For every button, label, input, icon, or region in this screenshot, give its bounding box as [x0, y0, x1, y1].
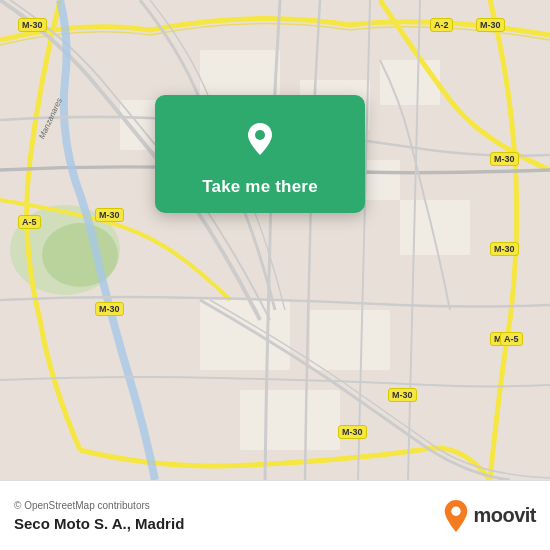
location-name: Seco Moto S. A., Madrid	[14, 515, 184, 532]
road-badge-m30-center-left: M-30	[95, 302, 124, 316]
road-badge-m30-top-right: M-30	[476, 18, 505, 32]
road-badge-m30-bottom-2: M-30	[338, 425, 367, 439]
road-badge-m30-top-left: M-30	[18, 18, 47, 32]
road-badge-m30-left: M-30	[95, 208, 124, 222]
svg-rect-7	[310, 310, 390, 370]
map-svg: Manzanares	[0, 0, 550, 480]
moovit-text: moovit	[473, 504, 536, 527]
map-container: Manzanares M-30 A-2 M-30 A-5 M-30 M-30 M…	[0, 0, 550, 480]
svg-rect-8	[240, 390, 340, 450]
svg-point-14	[255, 130, 265, 140]
road-badge-m30-right-2: M-30	[490, 242, 519, 256]
bottom-left-info: © OpenStreetMap contributors Seco Moto S…	[14, 500, 184, 532]
svg-point-2	[42, 223, 118, 287]
moovit-pin-icon	[442, 500, 470, 532]
road-badge-m30-right-1: M-30	[490, 152, 519, 166]
svg-rect-5	[380, 60, 440, 105]
moovit-logo: moovit	[442, 500, 536, 532]
osm-credit: © OpenStreetMap contributors	[14, 500, 184, 511]
road-badge-m30-bottom-1: M-30	[388, 388, 417, 402]
road-badge-a2: A-2	[430, 18, 453, 32]
road-badge-a5-left: A-5	[18, 215, 41, 229]
svg-point-15	[452, 506, 461, 515]
road-badge-a5-right: A-5	[500, 332, 523, 346]
bottom-bar: © OpenStreetMap contributors Seco Moto S…	[0, 480, 550, 550]
popup-card: Take me there	[155, 95, 365, 213]
take-me-there-button[interactable]: Take me there	[202, 177, 318, 197]
svg-rect-6	[200, 300, 290, 370]
svg-rect-10	[400, 200, 470, 255]
location-pin-icon	[234, 113, 286, 165]
